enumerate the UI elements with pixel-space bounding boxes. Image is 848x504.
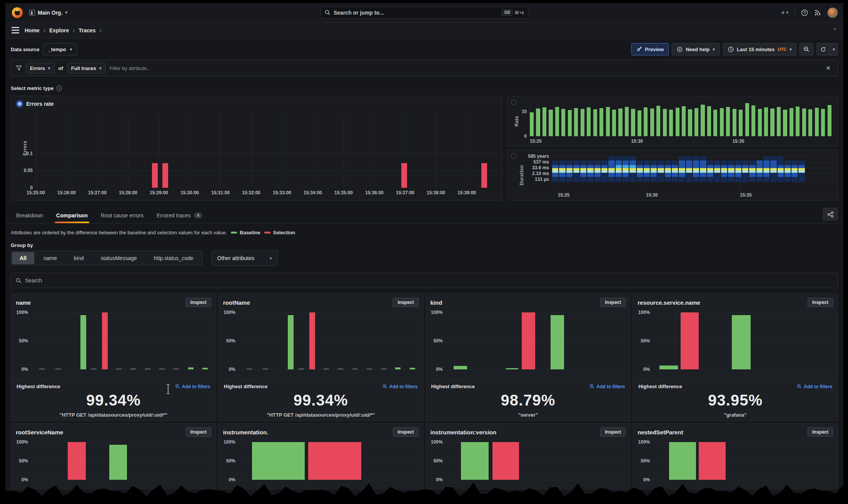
heatmap-cell [785,177,791,182]
inspect-button[interactable]: Inspect [808,427,833,437]
attribute-search-input[interactable]: Search [11,273,838,288]
zoom-out-button[interactable] [800,43,813,55]
inspect-button[interactable]: Inspect [600,298,626,307]
highest-difference-caption: "HTTP GET /api/datasources/proxy/uid/:ui… [17,412,210,418]
of-label: of [58,65,63,71]
card-header: nameInspect [11,294,216,309]
heatmap-cell [608,156,614,160]
rate-bar [669,110,673,136]
tab-root-cause-errors[interactable]: Root cause errors [95,209,149,223]
y-tick-label: 0 [524,134,527,139]
heatmap-cell [637,160,643,165]
inspect-button[interactable]: Inspect [186,298,211,307]
chevron-up-icon[interactable]: ⌃ [833,27,837,33]
rate-chart[interactable]: 15:2515:3015:35010 [530,102,834,136]
heatmap-cell [616,156,622,160]
news-icon[interactable] [814,9,821,16]
attribute-filter-input[interactable]: Filter by attribute... [109,65,820,71]
breadcrumb-home[interactable]: Home [25,27,40,33]
need-help-button[interactable]: Need help ▾ [672,43,720,55]
menu-icon[interactable] [12,27,19,33]
card-title: kind [431,299,442,306]
mini-bar-chart[interactable]: 100%50%0% [653,310,832,375]
heatmap-cell [616,160,622,165]
mini-bar-chart[interactable]: 100%50%0% [31,440,210,485]
time-range-picker[interactable]: Last 15 minutes UTC ▾ [723,43,796,55]
svg-text:?: ? [803,10,806,15]
inspect-button[interactable]: Inspect [393,427,418,437]
card-title: rootServiceName [16,429,63,436]
duration-heatmap[interactable]: 15:2515:3015:35585 years537 ms33.6 ms2.1… [552,154,834,190]
grid-line [282,112,282,188]
breadcrumb-explore[interactable]: Explore [49,27,69,33]
heatmap-cell [700,173,706,177]
refresh-icon [820,47,826,52]
y-tick-label: 0% [643,477,650,482]
group-by-http-status-code[interactable]: http.status_code [145,251,202,265]
tab-breakdown[interactable]: Breakdown [11,209,48,223]
inspect-button[interactable]: Inspect [600,427,626,437]
help-icon[interactable]: ? [801,9,808,16]
heatmap-cell [693,160,699,165]
heatmap-cell [721,160,727,165]
heatmap-cell [566,156,573,160]
rate-panel: Rate 15:2515:3015:35010 [507,96,838,147]
heatmap-cell [798,160,805,165]
datasource-picker[interactable]: _tempo ▾ [43,43,77,55]
mini-bar-chart[interactable]: 100%50%0% [446,310,625,375]
x-tick-label: 15:31:00 [211,190,230,195]
new-button[interactable]: +▾ [781,9,788,16]
mini-bar-chart[interactable]: 100%50%0% [239,310,418,375]
rate-bar [726,107,730,137]
add-to-filters-link[interactable]: Add to filters [382,384,418,389]
mini-bar-chart[interactable]: 100%50%0% [31,310,210,375]
grid-line [239,369,418,370]
tab-errored-traces[interactable]: Errored traces 4 [151,209,208,223]
add-to-filters-link[interactable]: Add to filters [175,384,210,389]
tab-comparison[interactable]: Comparison [51,209,93,223]
heatmap-cell [651,173,657,177]
mini-bar-chart[interactable]: 100%50%0% [239,440,418,485]
refresh-button[interactable] [816,43,830,55]
x-tick-label: 15:26:00 [57,190,76,195]
org-switcher[interactable]: Main Org. ▾ [29,10,67,16]
clock-icon [728,47,734,52]
errors-rate-chart[interactable]: 15:25:0015:26:0015:27:0015:28:0015:29:00… [36,112,497,188]
grafana-logo-icon[interactable] [11,6,24,19]
heatmap-cell [735,156,741,160]
breadcrumb-traces[interactable]: Traces [78,27,95,33]
heatmap-cell [573,156,579,160]
heatmap-cell [770,160,776,165]
preview-button[interactable]: Preview [631,43,669,55]
mini-bar-chart[interactable]: 100%50%0% [653,440,832,485]
global-search-input[interactable]: Search or jump to... ⌨ ⌘+k [321,7,528,19]
group-by-kind[interactable]: kind [65,251,92,265]
info-icon[interactable]: i [56,85,62,91]
errors-rate-radio[interactable]: Errors rate [17,101,54,107]
heatmap-cell [686,177,692,182]
group-by-name[interactable]: name [35,251,65,265]
refresh-interval-button[interactable]: ▾ [830,43,838,55]
group-by-statusmessage[interactable]: statusMessage [92,251,145,265]
heatmap-cell [580,177,586,182]
close-icon[interactable]: ✕ [823,63,833,73]
metric-select[interactable]: Errors▾ [26,63,55,73]
kbd-icon: ⌨ [502,9,512,16]
scope-select[interactable]: Full traces▾ [67,63,106,73]
heatmap-cell [798,156,805,160]
add-to-filters-link[interactable]: Add to filters [797,384,832,389]
user-avatar[interactable] [827,7,838,18]
heatmap-cell [763,165,770,168]
add-to-filters-link[interactable]: Add to filters [589,384,625,389]
inspect-button[interactable]: Inspect [186,427,211,437]
comparison-card: resource.service.nameInspect100%50%0%Hig… [633,294,838,421]
heatmap-cell [566,177,573,182]
share-button[interactable] [823,208,838,221]
other-attributes-select[interactable]: Other attributes ▾ [212,250,278,266]
group-by-all[interactable]: All [12,252,34,264]
inspect-button[interactable]: Inspect [393,298,418,307]
duration-radio[interactable] [511,154,516,159]
mini-bar-chart[interactable]: 100%50%0% [446,440,625,485]
rate-radio[interactable] [511,100,516,105]
inspect-button[interactable]: Inspect [808,298,833,307]
